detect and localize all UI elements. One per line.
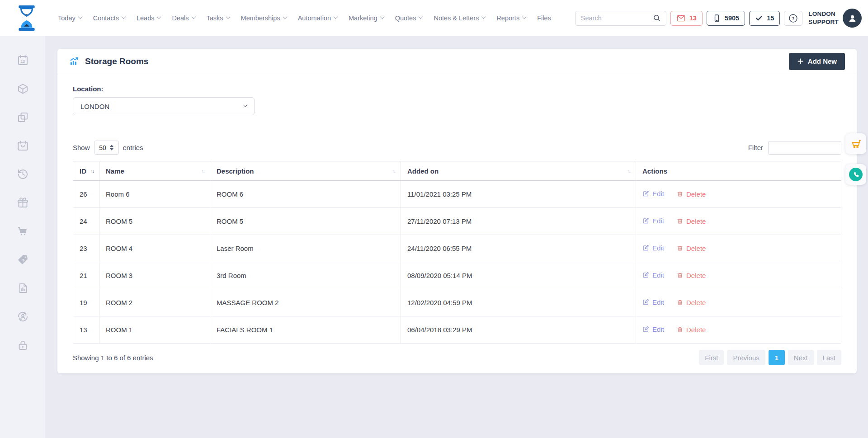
- delete-button[interactable]: Delete: [677, 326, 706, 334]
- column-header-name[interactable]: Name↑↓: [99, 161, 210, 181]
- pagination-first[interactable]: First: [699, 350, 724, 365]
- messages-count: 13: [689, 14, 697, 22]
- delete-label: Delete: [686, 272, 706, 279]
- table-footer: Showing 1 to 6 of 6 entries First Previo…: [73, 350, 841, 365]
- trash-icon: [677, 299, 683, 306]
- help-button[interactable]: ?: [784, 11, 802, 26]
- nav-files[interactable]: Files: [537, 14, 551, 22]
- cell-description: MASSAGE ROOM 2: [210, 289, 401, 316]
- column-header-added-on[interactable]: Added on↑↓: [401, 161, 636, 181]
- pagination-next[interactable]: Next: [788, 350, 814, 365]
- pagination-previous[interactable]: Previous: [727, 350, 765, 365]
- location-select[interactable]: LONDON: [73, 97, 255, 115]
- search-icon: [652, 14, 661, 23]
- table-row: 23 ROOM 4 Laser Room 24/11/2020 06:55 PM…: [73, 235, 841, 262]
- user-name-line2: SUPPORT: [808, 18, 839, 26]
- nav-marketing-label: Marketing: [349, 14, 377, 22]
- page-length-select[interactable]: 50: [94, 141, 119, 155]
- cell-description: FACIALS ROOM 1: [210, 316, 401, 344]
- pagination-page-1[interactable]: 1: [769, 350, 785, 365]
- lock-icon[interactable]: [17, 339, 29, 351]
- edit-button[interactable]: Edit: [642, 325, 664, 333]
- nav-deals[interactable]: Deals: [172, 14, 195, 22]
- tasks-badge[interactable]: 15: [749, 11, 780, 26]
- cell-id: 26: [73, 181, 99, 208]
- app-logo[interactable]: [14, 5, 39, 31]
- edit-button[interactable]: Edit: [642, 190, 664, 198]
- edit-label: Edit: [652, 190, 664, 198]
- edit-icon: [642, 299, 649, 306]
- cell-description: ROOM 5: [210, 208, 401, 235]
- history-icon[interactable]: [17, 168, 29, 180]
- cell-description: Laser Room: [210, 235, 401, 262]
- edit-button[interactable]: Edit: [642, 271, 664, 279]
- search-button[interactable]: [652, 14, 661, 23]
- edit-label: Edit: [652, 217, 664, 225]
- chevron-down-icon: [243, 103, 248, 107]
- delete-button[interactable]: Delete: [677, 299, 706, 306]
- user-sync-icon[interactable]: [17, 311, 29, 323]
- nav-memberships-label: Memberships: [241, 14, 280, 22]
- page-length-control: Show 50 entries: [73, 141, 143, 155]
- edit-button[interactable]: Edit: [642, 217, 664, 225]
- filter-input[interactable]: [768, 141, 841, 155]
- table-controls: Show 50 entries Filter: [73, 141, 841, 155]
- chevron-down-icon: [380, 14, 384, 19]
- nav-marketing[interactable]: Marketing: [349, 14, 384, 22]
- phone-float-button[interactable]: [845, 164, 866, 185]
- messages-badge[interactable]: 13: [670, 11, 703, 26]
- delete-button[interactable]: Delete: [677, 245, 706, 252]
- nav-contacts[interactable]: Contacts: [93, 14, 125, 22]
- price-tag-icon[interactable]: $: [17, 254, 29, 266]
- delete-label: Delete: [686, 326, 706, 334]
- nav-tasks[interactable]: Tasks: [207, 14, 230, 22]
- nav-memberships[interactable]: Memberships: [241, 14, 287, 22]
- svg-text:12: 12: [20, 59, 25, 64]
- nav-today[interactable]: Today: [58, 14, 82, 22]
- calendar-icon[interactable]: 12: [17, 54, 29, 66]
- report-icon[interactable]: [17, 282, 29, 294]
- cell-actions: Edit Delete: [636, 208, 841, 235]
- nav-deals-label: Deals: [172, 14, 189, 22]
- package-icon[interactable]: [17, 83, 29, 95]
- nav-reports[interactable]: Reports: [496, 14, 526, 22]
- copy-icon[interactable]: [17, 111, 29, 123]
- current-user-name: LONDON SUPPORT: [808, 10, 839, 26]
- edit-button[interactable]: Edit: [642, 244, 664, 252]
- nav-notes-letters[interactable]: Notes & Letters: [434, 14, 485, 22]
- delete-button[interactable]: Delete: [677, 272, 706, 279]
- booking-calendar-icon[interactable]: [17, 140, 29, 152]
- table-row: 19 ROOM 2 MASSAGE ROOM 2 12/02/2020 04:5…: [73, 289, 841, 316]
- column-id-label: ID: [80, 167, 86, 175]
- add-new-button[interactable]: Add New: [789, 53, 845, 70]
- edit-button[interactable]: Edit: [642, 298, 664, 306]
- nav-automation[interactable]: Automation: [298, 14, 337, 22]
- gift-icon[interactable]: [17, 197, 29, 209]
- cell-id: 21: [73, 262, 99, 289]
- column-header-id[interactable]: ID↑↓: [73, 161, 99, 181]
- nav-files-label: Files: [537, 14, 551, 22]
- cell-name: ROOM 3: [99, 262, 210, 289]
- nav-leads[interactable]: Leads: [137, 14, 161, 22]
- cart-float-button[interactable]: [845, 133, 866, 154]
- cell-added-on: 12/02/2020 04:59 PM: [401, 289, 636, 316]
- check-icon: [755, 14, 763, 22]
- delete-button[interactable]: Delete: [677, 190, 706, 198]
- delete-label: Delete: [686, 217, 706, 225]
- cart-icon[interactable]: [17, 225, 29, 237]
- plus-icon: [797, 58, 804, 65]
- search-input[interactable]: [581, 14, 652, 22]
- phone-badge[interactable]: 5905: [707, 11, 745, 26]
- pagination-last[interactable]: Last: [817, 350, 841, 365]
- delete-button[interactable]: Delete: [677, 217, 706, 225]
- nav-quotes[interactable]: Quotes: [395, 14, 423, 22]
- nav-notes-letters-label: Notes & Letters: [434, 14, 479, 22]
- phone-call-icon: [849, 168, 863, 181]
- page-length-value: 50: [99, 144, 106, 151]
- cell-id: 23: [73, 235, 99, 262]
- column-header-description[interactable]: Description↑↓: [210, 161, 401, 181]
- cell-added-on: 11/01/2021 03:25 PM: [401, 181, 636, 208]
- cell-actions: Edit Delete: [636, 316, 841, 344]
- avatar[interactable]: [843, 9, 862, 28]
- tasks-count: 15: [767, 14, 774, 22]
